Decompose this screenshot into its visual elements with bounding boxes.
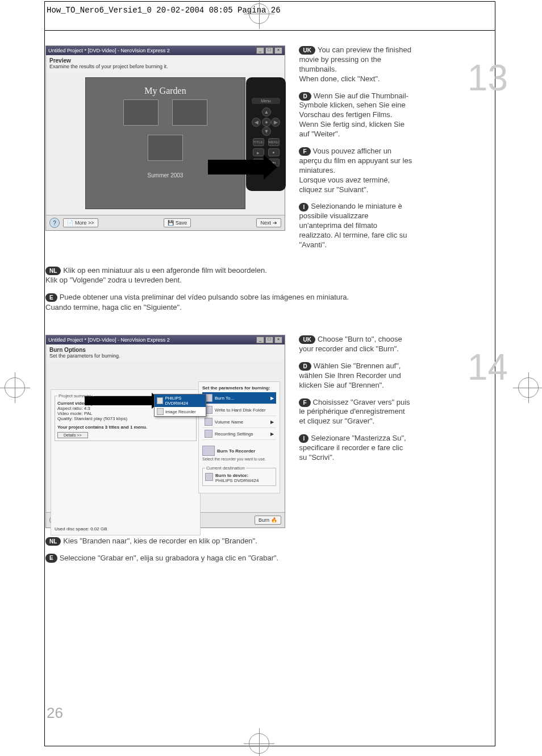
remote-btn[interactable]: TITLE <box>253 138 264 146</box>
step-14: 14 Untitled Project * [DVD-Video] - Nero… <box>45 335 497 563</box>
image-recorder-icon <box>157 408 164 415</box>
screenshot-burn: Untitled Project * [DVD-Video] - NeroVis… <box>45 335 285 528</box>
step13-below: NLKlik op een miniatuur als u een afgero… <box>45 265 497 312</box>
remote-menu-button[interactable]: Menu <box>252 98 280 104</box>
thumbnail[interactable] <box>148 135 183 161</box>
menu-title: My Garden <box>86 86 245 96</box>
thumbnail[interactable] <box>172 99 207 126</box>
registration-mark-top <box>249 3 269 24</box>
lang-f: F <box>299 147 310 156</box>
help-icon[interactable]: ? <box>49 218 60 228</box>
remote-btn[interactable]: ▶ <box>253 148 264 156</box>
step13-instructions: UKYou can preview the fi­nished movie by… <box>299 45 412 257</box>
lang-f: F <box>299 398 310 407</box>
max-button[interactable]: □ <box>265 47 273 54</box>
lang-i: I <box>299 203 308 211</box>
step-13: 13 Untitled Project * [DVD-Video] - Nero… <box>45 45 497 312</box>
min-button[interactable]: _ <box>256 337 264 343</box>
volume-icon <box>205 418 212 426</box>
panel-header: Burn Options Set the parameters for burn… <box>46 344 285 361</box>
step14-instructions: UKChoose "Burn to", choo­se your recorde… <box>299 335 412 470</box>
page-number: 26 <box>47 704 63 722</box>
window-title: Untitled Project * [DVD-Video] - NeroVis… <box>48 48 170 53</box>
settings-icon <box>205 430 212 438</box>
close-button[interactable]: × <box>274 47 282 54</box>
burn-button[interactable]: Burn🔥 <box>255 516 281 525</box>
registration-mark-left <box>5 377 25 398</box>
lang-e: E <box>45 554 57 563</box>
registration-mark-right <box>518 377 539 398</box>
recorder-icon <box>157 397 163 404</box>
step-number-13: 13 <box>468 57 508 99</box>
device-icon <box>205 473 213 481</box>
max-button[interactable]: □ <box>265 337 273 343</box>
details-button[interactable]: Details >> <box>57 432 88 438</box>
used-disc-space: Used disc space: 0.02 GB <box>55 526 197 531</box>
more-button[interactable]: 📄More >> <box>63 218 98 227</box>
opt-hd-folder[interactable]: Write to Hard Disk Folder <box>202 404 276 416</box>
burn-params-panel: Set the parameters for burning: Burn To.… <box>198 381 280 493</box>
remote-btn[interactable]: MENU <box>268 138 280 146</box>
callout-arrow <box>208 160 265 175</box>
lang-i: I <box>299 434 308 443</box>
lang-d: D <box>299 92 311 101</box>
lang-nl: NL <box>45 537 61 546</box>
screenshot-preview: Untitled Project * [DVD-Video] - NeroVis… <box>45 45 285 231</box>
step-number-14: 14 <box>468 346 508 388</box>
opt-burn-to[interactable]: Burn To...▶ <box>202 392 276 404</box>
remote-dpad[interactable]: ▲▼◀▶● <box>252 107 280 136</box>
burn-to-dropdown[interactable]: PHILIPS DVDRW424 Image Recorder <box>154 394 206 417</box>
lang-e: E <box>45 293 57 302</box>
close-button[interactable]: × <box>274 337 282 343</box>
window-title: Untitled Project * [DVD-Video] - NeroVis… <box>48 337 170 343</box>
window-titlebar: Untitled Project * [DVD-Video] - NeroVis… <box>46 335 285 344</box>
step14-below: NLKies "Branden naar", kies de recorder … <box>45 536 497 563</box>
opt-volume-name[interactable]: Volume Name▶ <box>202 416 276 428</box>
lang-uk: UK <box>299 46 315 55</box>
lang-d: D <box>299 362 311 371</box>
preview-stage: My Garden Summer 2003 <box>85 77 245 209</box>
save-button[interactable]: 💾Save <box>164 218 191 227</box>
registration-mark-bottom <box>249 733 269 754</box>
callout-arrow <box>85 396 153 405</box>
wizard-toolbar: ? 📄More >> 💾Save Next➔ <box>46 215 285 230</box>
window-titlebar: Untitled Project * [DVD-Video] - NeroVis… <box>46 46 285 55</box>
lang-nl: NL <box>45 267 61 276</box>
next-button[interactable]: Next➔ <box>256 218 281 227</box>
thumbnail[interactable] <box>123 99 159 126</box>
lang-uk: UK <box>299 335 315 344</box>
opt-rec-settings[interactable]: Recording Settings▶ <box>202 428 276 440</box>
min-button[interactable]: _ <box>256 47 264 54</box>
recorder-big-icon <box>202 446 215 456</box>
panel-header: Preview Examine the results of your proj… <box>46 55 285 72</box>
